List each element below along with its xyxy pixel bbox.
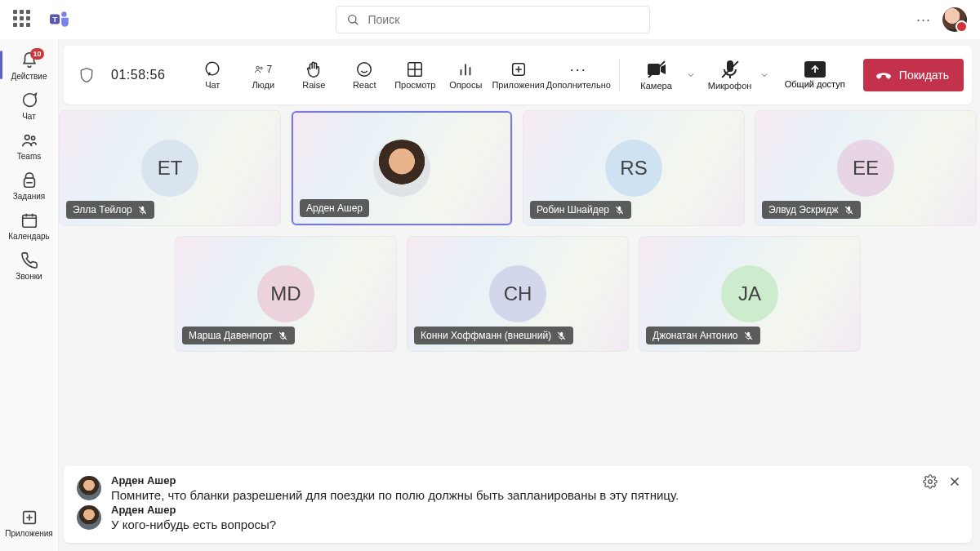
- participant-name-tag: Элвуд Эскридж: [762, 201, 861, 219]
- toolbar-polls-button[interactable]: Опросы: [443, 52, 488, 98]
- phone-icon: [20, 251, 38, 269]
- participant-grid: ETЭлла ТейлорАрден АшерRSРобин ШнайдерEE…: [64, 111, 972, 460]
- teams-icon: [20, 131, 38, 149]
- top-bar: T ···: [0, 0, 980, 39]
- toolbar-people-button[interactable]: 7 Люди: [240, 52, 286, 98]
- backpack-icon: [20, 171, 38, 189]
- toolbar-view-button[interactable]: Просмотр: [392, 52, 438, 98]
- captions-settings-icon[interactable]: [923, 474, 938, 489]
- calendar-icon: [20, 211, 38, 229]
- side-rail: 10 Действие Чат Teams Задания Календарь: [0, 39, 59, 551]
- caption-speaker: Арден Ашер: [111, 474, 679, 487]
- participant-name-tag: Конни Хоффманн (внешний): [414, 327, 573, 344]
- caption-line: Арден АшерУ кого-нибудь есть вопросы?: [77, 504, 959, 533]
- captions-close-icon[interactable]: [947, 474, 962, 489]
- share-screen-button[interactable]: Общий доступ: [777, 52, 853, 98]
- svg-point-11: [256, 66, 260, 69]
- svg-point-30: [929, 480, 933, 484]
- meeting-toolbar: 01:58:56 Чат 7 Люди Raise: [64, 46, 972, 104]
- participant-avatar: RS: [605, 140, 662, 197]
- mic-toggle-button[interactable]: Микрофон: [703, 52, 757, 98]
- rail-apps[interactable]: Приложения: [0, 503, 58, 541]
- svg-point-13: [358, 63, 372, 77]
- caption-line: Арден АшерПомните, что бланки разрешений…: [77, 474, 959, 504]
- svg-rect-8: [22, 216, 36, 228]
- activity-badge: 10: [30, 48, 43, 60]
- participant-avatar: MD: [257, 265, 314, 322]
- search-input[interactable]: [368, 13, 639, 26]
- mic-options-chevron[interactable]: [757, 52, 772, 98]
- rail-teams[interactable]: Teams: [0, 126, 58, 164]
- participant-avatar: EE: [837, 140, 894, 197]
- participant-avatar: JA: [721, 265, 778, 322]
- participant-tile[interactable]: EEЭлвуд Эскридж: [755, 111, 976, 225]
- rail-chat[interactable]: Чат: [0, 86, 58, 124]
- caption-text: У кого-нибудь есть вопросы?: [111, 516, 276, 533]
- search-box[interactable]: [336, 6, 650, 33]
- participant-avatar: [373, 140, 430, 197]
- caption-speaker: Арден Ашер: [111, 504, 276, 516]
- toolbar-apps-button[interactable]: Приложения: [493, 52, 543, 98]
- toolbar-chat-button[interactable]: Чат: [189, 52, 235, 98]
- participant-name-tag: Джонатан Антонио: [646, 327, 760, 344]
- camera-options-chevron[interactable]: [684, 52, 698, 98]
- rail-calendar[interactable]: Календарь: [0, 206, 58, 244]
- hangup-icon: [875, 66, 893, 84]
- svg-point-3: [349, 16, 356, 23]
- captions-panel: Арден АшерПомните, что бланки разрешений…: [64, 466, 972, 543]
- participant-name-tag: Марша Давенпорт: [182, 327, 295, 344]
- toolbar-raise-button[interactable]: Raise: [291, 52, 336, 98]
- participant-name-tag: Арден Ашер: [300, 199, 369, 217]
- caption-avatar: [77, 476, 101, 500]
- camera-toggle-button[interactable]: Камера: [630, 52, 684, 98]
- rail-calls[interactable]: Звонки: [0, 246, 58, 284]
- rail-activity[interactable]: 10 Действие: [0, 46, 58, 84]
- participant-tile[interactable]: ETЭлла Тейлор: [60, 111, 280, 225]
- participant-avatar: ET: [141, 140, 198, 197]
- svg-point-10: [206, 62, 219, 75]
- caption-avatar: [77, 505, 101, 530]
- participant-name-tag: Элла Тейлор: [66, 201, 154, 219]
- participant-tile[interactable]: Арден Ашер: [292, 111, 512, 225]
- call-timer: 01:58:56: [111, 68, 165, 82]
- toolbar-react-button[interactable]: React: [341, 52, 387, 98]
- profile-avatar[interactable]: [942, 7, 967, 32]
- svg-point-5: [24, 136, 29, 140]
- search-icon: [346, 13, 359, 26]
- svg-text:T: T: [52, 15, 57, 24]
- participant-tile[interactable]: RSРобин Шнайдер: [523, 111, 744, 225]
- participant-tile[interactable]: MDМарша Давенпорт: [176, 237, 396, 351]
- apps-icon: [20, 509, 38, 527]
- toolbar-more-button[interactable]: ··· Дополнительно: [548, 52, 609, 98]
- settings-more-icon[interactable]: ···: [916, 11, 931, 29]
- caption-text: Помните, что бланки разрешений для поезд…: [111, 487, 679, 504]
- svg-point-1: [61, 11, 67, 17]
- shield-icon[interactable]: [78, 66, 95, 84]
- participant-avatar: CH: [489, 265, 546, 322]
- svg-point-6: [31, 136, 34, 140]
- teams-logo-icon[interactable]: T: [49, 9, 70, 30]
- toolbar-separator: [619, 59, 620, 91]
- leave-call-button[interactable]: Покидать: [863, 59, 964, 91]
- chat-icon: [20, 91, 38, 109]
- participant-tile[interactable]: CHКонни Хоффманн (внешний): [408, 237, 628, 351]
- app-launcher-icon[interactable]: [13, 10, 33, 29]
- svg-line-4: [355, 22, 358, 24]
- participant-tile[interactable]: JAДжонатан Антонио: [639, 237, 860, 351]
- participant-name-tag: Робин Шнайдер: [530, 201, 631, 219]
- svg-point-12: [261, 67, 263, 69]
- rail-assignments[interactable]: Задания: [0, 166, 58, 204]
